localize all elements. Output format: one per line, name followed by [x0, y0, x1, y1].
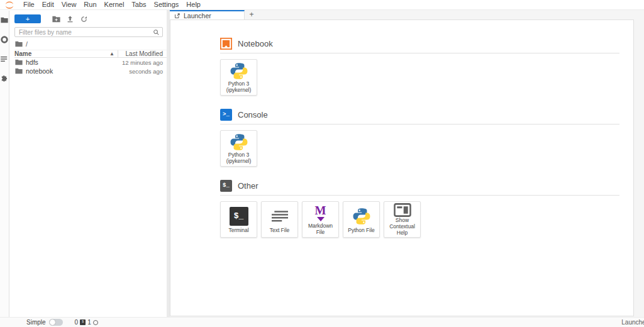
launcher-card-text-file[interactable]: Text File: [261, 201, 298, 238]
tab-launcher[interactable]: Launcher: [170, 10, 245, 19]
other-cards: $_ Terminal Text: [220, 201, 619, 238]
card-label: Show Contextual Help: [386, 217, 419, 236]
card-sublabel: (ipykernel): [226, 158, 252, 164]
card-label: Python File: [348, 227, 375, 233]
kernel-terminal-counts[interactable]: 0 $ 1: [75, 319, 98, 326]
filter-files-box: [14, 27, 163, 37]
card-label: Python 3: [228, 152, 250, 158]
section-title: Console: [238, 110, 268, 119]
file-row-hdfs[interactable]: hdfs 12 minutes ago: [10, 58, 167, 67]
terminals-count: 0: [75, 319, 79, 326]
launcher-card-python-file[interactable]: Python File: [343, 201, 380, 238]
extension-manager-icon[interactable]: [1, 75, 8, 82]
table-of-contents-icon[interactable]: [1, 55, 8, 63]
folder-icon: [15, 68, 23, 74]
new-tab-button[interactable]: +: [245, 10, 258, 19]
menu-item-help[interactable]: Help: [182, 0, 204, 9]
section-divider: [220, 124, 619, 125]
column-header-last-modified[interactable]: Last Modified: [118, 50, 167, 58]
home-folder-icon[interactable]: [15, 41, 23, 47]
breadcrumb-root[interactable]: /: [26, 40, 28, 48]
section-divider: [220, 195, 619, 196]
card-label: Terminal: [228, 227, 248, 233]
menu-item-run[interactable]: Run: [80, 0, 100, 9]
folder-icon: [15, 59, 23, 65]
upload-icon[interactable]: [63, 14, 77, 24]
launcher-tab-label: Launcher: [184, 12, 211, 19]
console-cards: Python 3 (ipykernel): [220, 130, 619, 167]
launcher-card-terminal[interactable]: $_ Terminal: [220, 201, 257, 238]
menu-item-kernel[interactable]: Kernel: [101, 0, 128, 9]
section-notebook-header: Notebook: [220, 37, 619, 50]
kernel-status-icon: [93, 320, 98, 325]
section-console: >_ Console Python 3 (ipykernel): [220, 108, 619, 167]
refresh-icon[interactable]: [77, 14, 91, 24]
file-modified: seconds ago: [129, 68, 167, 75]
text-file-icon: [272, 206, 288, 227]
launcher-card-console-python3[interactable]: Python 3 (ipykernel): [220, 130, 257, 167]
name-header-label: Name: [14, 50, 31, 57]
section-console-header: >_ Console: [220, 108, 619, 121]
card-label: Python 3: [228, 80, 250, 87]
notebook-icon: [220, 38, 232, 50]
menu-item-edit[interactable]: Edit: [38, 0, 58, 9]
section-notebook: Notebook Python 3 (ipykernel): [220, 37, 619, 96]
menu-bar: File Edit View Run Kernel Tabs Settings …: [0, 0, 644, 10]
breadcrumb: /: [15, 40, 163, 48]
new-launcher-button[interactable]: +: [14, 14, 41, 23]
toggle-knob: [50, 319, 55, 325]
terminal-status-icon: $: [80, 319, 86, 325]
launcher-card-notebook-python3[interactable]: Python 3 (ipykernel): [220, 59, 257, 96]
simple-mode-label: Simple: [26, 319, 46, 326]
python-logo-icon: [352, 206, 371, 227]
file-browser-panel: +: [10, 11, 167, 317]
menu-item-view[interactable]: View: [58, 0, 80, 9]
terminal-icon: $_: [220, 180, 232, 192]
terminal-icon: $_: [230, 206, 248, 227]
menu-item-settings[interactable]: Settings: [150, 0, 183, 9]
launcher-card-markdown-file[interactable]: M Markdown File: [302, 201, 339, 238]
file-name: notebook: [26, 67, 53, 75]
section-other: $_ Other $_ Terminal: [220, 179, 619, 238]
jupyter-logo-icon: [3, 1, 16, 9]
menu-item-file[interactable]: File: [19, 0, 38, 9]
section-title: Other: [238, 181, 258, 191]
main-dock: Launcher + Notebook: [170, 10, 644, 317]
markdown-icon: M: [315, 204, 326, 223]
file-browser-icon[interactable]: [1, 16, 8, 24]
tab-bar: Launcher +: [170, 10, 644, 19]
status-bar: Simple 0 $ 1 Launcher: [0, 317, 644, 327]
card-sublabel: (ipykernel): [226, 87, 252, 93]
activity-bar: [0, 11, 9, 317]
column-header-name[interactable]: Name ▲: [14, 50, 118, 57]
card-label: Text File: [270, 227, 290, 233]
console-icon: >_: [220, 109, 232, 121]
card-label: Markdown File: [304, 223, 337, 235]
contextual-help-icon: [394, 203, 411, 217]
filter-files-input[interactable]: [18, 28, 153, 36]
current-activity-label: Launcher: [621, 319, 644, 326]
status-bar-left: Simple 0 $ 1: [26, 319, 98, 326]
python-logo-icon: [230, 62, 248, 80]
section-other-header: $_ Other: [220, 179, 619, 192]
menu-item-tabs[interactable]: Tabs: [128, 0, 150, 9]
new-folder-icon[interactable]: [49, 14, 63, 24]
file-row-notebook[interactable]: notebook seconds ago: [10, 67, 167, 75]
file-modified: 12 minutes ago: [122, 59, 167, 66]
launcher-card-contextual-help[interactable]: Show Contextual Help: [384, 201, 421, 238]
file-browser-toolbar: +: [14, 13, 163, 25]
sort-ascending-icon: ▲: [109, 51, 114, 57]
section-title: Notebook: [238, 39, 273, 48]
launcher-tab-icon: [174, 13, 180, 19]
file-list-header: Name ▲ Last Modified: [14, 50, 167, 58]
search-icon: [153, 29, 160, 36]
running-kernels-icon[interactable]: [1, 36, 8, 43]
file-name: hdfs: [26, 58, 38, 66]
simple-mode-toggle[interactable]: [49, 319, 63, 326]
launcher-body: Notebook Python 3 (ipykernel) >_: [170, 20, 633, 238]
menu-items: File Edit View Run Kernel Tabs Settings …: [19, 0, 204, 9]
python-logo-icon: [230, 133, 248, 152]
section-divider: [220, 53, 619, 53]
kernels-count: 1: [87, 319, 91, 326]
notebook-cards: Python 3 (ipykernel): [220, 59, 619, 96]
